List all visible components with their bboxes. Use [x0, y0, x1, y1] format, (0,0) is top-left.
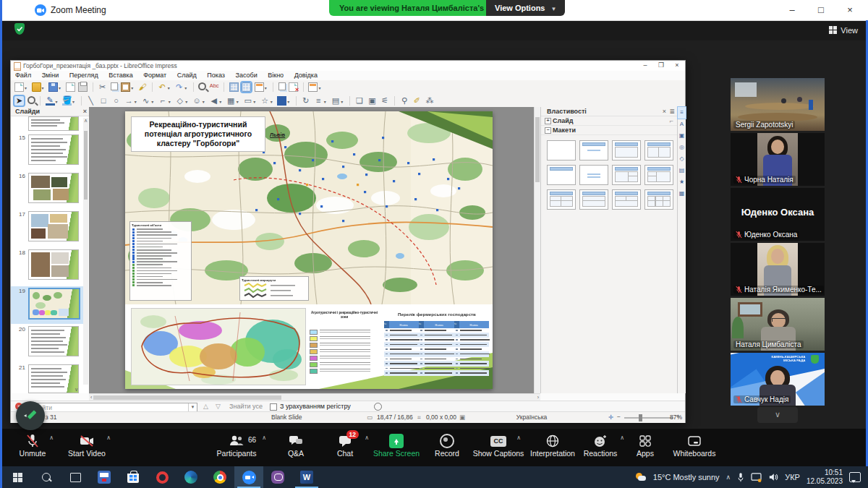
- taskbar-app-word[interactable]: W: [292, 466, 321, 488]
- slides-panel-close-icon[interactable]: ×: [83, 108, 87, 115]
- layout-title-only[interactable]: [612, 140, 641, 160]
- insert-line-icon[interactable]: ╲: [86, 96, 95, 106]
- slide-thumb-17[interactable]: 17: [11, 210, 83, 247]
- menu-slideshow[interactable]: Показ: [203, 71, 229, 80]
- layout-content-2content[interactable]: [612, 165, 641, 185]
- chevron-up-icon[interactable]: ∧: [262, 435, 266, 441]
- rotate-icon[interactable]: ↻: [301, 96, 310, 106]
- open-icon[interactable]: [32, 82, 41, 92]
- crop-icon[interactable]: ▣: [367, 96, 377, 106]
- taskbar-app-edge[interactable]: [176, 466, 205, 488]
- find-all-label[interactable]: Знайти усе: [229, 403, 263, 410]
- display-views-icon[interactable]: [255, 82, 264, 92]
- print-icon[interactable]: [78, 82, 88, 92]
- start-video-button[interactable]: ∧ Start Video: [61, 433, 112, 458]
- scroll-down-icon[interactable]: ∨: [75, 387, 78, 393]
- security-shield-icon[interactable]: [14, 23, 25, 35]
- clone-formatting-icon[interactable]: 🖌: [138, 82, 148, 92]
- tray-mic-icon[interactable]: [737, 472, 744, 482]
- minimize-button[interactable]: –: [781, 3, 803, 17]
- chevron-up-icon[interactable]: ∧: [106, 435, 111, 441]
- ellipse-icon[interactable]: ○: [111, 96, 121, 106]
- find-input[interactable]: Знайти ▼: [28, 403, 197, 412]
- keyboard-language[interactable]: УКР: [785, 473, 800, 481]
- taskbar-app-opera[interactable]: [148, 466, 176, 488]
- find-prev-icon[interactable]: △: [203, 403, 208, 410]
- scroll-left-icon[interactable]: ‹: [90, 395, 92, 400]
- taskbar-app-viber[interactable]: [263, 466, 292, 488]
- fill-color-icon[interactable]: 🪣: [62, 96, 72, 106]
- find-dropdown-icon[interactable]: ▼: [188, 403, 197, 411]
- impress-close-button[interactable]: ×: [669, 61, 685, 69]
- export-pdf-icon[interactable]: [66, 82, 75, 92]
- reactions-button[interactable]: ∧ Reactions: [575, 433, 626, 458]
- delete-slide-icon[interactable]: [289, 82, 298, 92]
- new-document-icon[interactable]: [14, 82, 24, 92]
- undo-icon[interactable]: ↶: [158, 82, 167, 92]
- taskbar-app-zoom[interactable]: [234, 466, 263, 488]
- menu-format[interactable]: Формат: [139, 71, 171, 80]
- block-arrows-icon[interactable]: ◀: [209, 96, 218, 106]
- more-participants-button[interactable]: ∨: [757, 407, 798, 423]
- align-icon[interactable]: ≡: [314, 96, 323, 106]
- participants-button[interactable]: 66 ∧ Participants: [211, 433, 262, 458]
- copy-icon[interactable]: [111, 82, 118, 90]
- layout-blank[interactable]: [547, 140, 576, 160]
- save-icon[interactable]: [48, 82, 58, 92]
- properties-menu-icon[interactable]: ≣: [669, 108, 675, 115]
- zoom-slider-thumb[interactable]: [639, 414, 642, 421]
- action-center-icon[interactable]: [849, 472, 861, 482]
- slide-canvas[interactable]: Львів Туристичні об'єкти Туристичні марш…: [125, 111, 493, 389]
- stars-icon[interactable]: ☆: [260, 96, 270, 106]
- impress-minimize-button[interactable]: –: [637, 61, 653, 69]
- tab-master-icon[interactable]: ▤: [678, 165, 686, 176]
- layout-two-content[interactable]: [644, 140, 673, 160]
- zoom-slider[interactable]: [624, 417, 673, 419]
- slide-thumb-16[interactable]: 16: [11, 171, 83, 209]
- find-replace-icon[interactable]: [198, 82, 206, 90]
- layout-title-content[interactable]: [579, 140, 608, 160]
- tab-properties-icon[interactable]: ≡: [678, 107, 686, 119]
- match-case-label[interactable]: З урахуванням регістру: [280, 403, 351, 410]
- slide-thumb-20[interactable]: 20: [11, 325, 83, 362]
- participant-tile-5-active-speaker[interactable]: Наталя Цимбаліста: [731, 298, 825, 351]
- fontwork-icon[interactable]: ✐: [412, 96, 422, 106]
- zoom-tool-icon[interactable]: [27, 96, 35, 104]
- layout-title-slide[interactable]: [547, 165, 576, 185]
- slides-panel-scrollbar[interactable]: ∧: [83, 118, 88, 385]
- tab-transitions-icon[interactable]: ▦: [678, 188, 686, 200]
- layout-2content-over[interactable]: [612, 189, 641, 210]
- snap-to-grid-icon[interactable]: [242, 82, 251, 92]
- basic-shapes-icon[interactable]: ◇: [175, 96, 184, 106]
- find-next-icon[interactable]: ▽: [216, 403, 221, 410]
- chat-button[interactable]: 12 ∧ Chat: [320, 433, 370, 458]
- redo-icon[interactable]: ↷: [174, 82, 184, 92]
- qa-button[interactable]: Q&A: [271, 433, 321, 458]
- cut-icon[interactable]: ✂: [98, 82, 107, 92]
- arrange-icon[interactable]: ▤: [331, 96, 340, 106]
- tab-navigator-icon[interactable]: ◎: [678, 142, 686, 153]
- connector-icon[interactable]: ⌐: [158, 96, 168, 106]
- tab-animation-icon[interactable]: ★: [678, 176, 686, 188]
- slide-properties-icon[interactable]: [308, 82, 318, 92]
- filter-icon[interactable]: ⚟: [380, 96, 389, 106]
- layout-six-content[interactable]: [644, 189, 673, 210]
- layout-centered-text[interactable]: [579, 165, 608, 185]
- taskbar-app-store[interactable]: [119, 466, 148, 488]
- glue-points-icon[interactable]: ⁂: [425, 96, 434, 106]
- menu-window[interactable]: Вікно: [263, 71, 288, 80]
- view-options-button[interactable]: View Options▼: [486, 0, 565, 16]
- curve-icon[interactable]: ∿: [141, 96, 150, 106]
- slide-thumb-15[interactable]: 15: [11, 133, 83, 171]
- menu-help[interactable]: Довідка: [290, 71, 322, 80]
- line-color-icon[interactable]: ✎: [46, 96, 55, 106]
- interpretation-button[interactable]: Interpretation: [522, 433, 583, 458]
- find-replace-dialog-icon[interactable]: [374, 403, 382, 411]
- start-button[interactable]: [3, 466, 32, 488]
- close-button[interactable]: ×: [839, 3, 861, 17]
- flowchart-icon[interactable]: ▦: [226, 96, 236, 106]
- apps-button[interactable]: Apps: [620, 433, 671, 458]
- task-view-button[interactable]: [61, 466, 90, 488]
- select-tool-icon[interactable]: ➤: [14, 96, 24, 106]
- display-grid-icon[interactable]: [229, 82, 239, 92]
